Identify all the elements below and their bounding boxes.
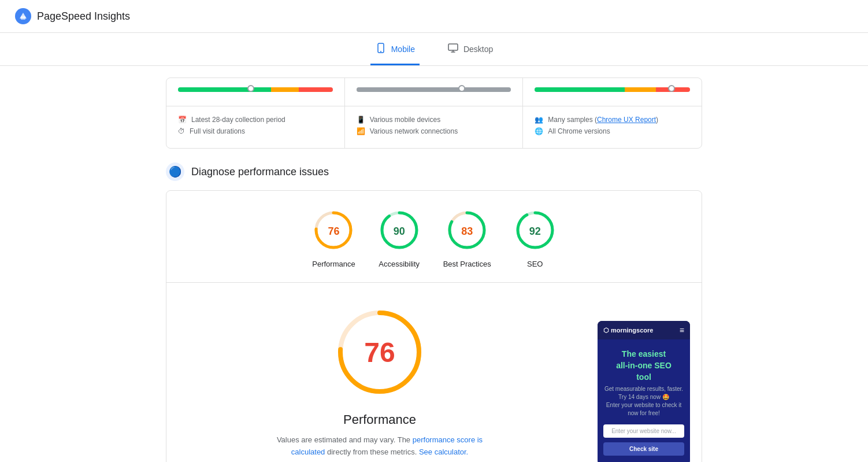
clock-icon: ⏱: [178, 127, 185, 135]
score-cards-container: 76 Performance 90 Accessibility: [166, 190, 702, 462]
speed-bar-track-3: [535, 87, 690, 92]
svg-point-3: [380, 51, 381, 52]
score-circle-accessibility: 90: [379, 209, 420, 253]
info-row-1-1: 📅 Latest 28-day collection period: [178, 116, 333, 124]
tab-mobile[interactable]: Mobile: [370, 33, 420, 65]
score-circle-best-practices: 83: [446, 209, 488, 253]
info-row-3-2: 🌐 All Chrome versions: [535, 127, 690, 135]
performance-panel: 76 Performance Values are estimated and …: [166, 283, 702, 462]
speed-bar-col-3: [523, 78, 702, 106]
ad-sub-line1: Get measurable results, faster.: [603, 385, 684, 393]
speed-bar-green-1: [178, 87, 271, 92]
ad-headline-line3: tool: [636, 372, 651, 382]
speed-bar-track-2: [357, 87, 511, 92]
speed-marker-2: [458, 85, 465, 92]
ad-headline-line1: The easiest: [622, 349, 666, 358]
score-value-seo: 92: [529, 225, 541, 237]
ad-container: ⬡ morningscore ≡ The easiest all-in-one …: [593, 283, 702, 462]
speed-bar-orange-1: [271, 87, 299, 92]
speed-bar-track-1: [178, 87, 333, 92]
calendar-icon: 📅: [178, 116, 187, 124]
diagnose-section: 🔵 Diagnose performance issues: [166, 162, 702, 181]
ad-menu-icon: ≡: [680, 326, 684, 335]
score-label-seo: SEO: [527, 260, 543, 268]
info-row-2-1: 📱 Various mobile devices: [357, 116, 511, 124]
ad-sub-line2: Try 14 days now 🤩: [603, 393, 684, 401]
info-row-2-2: 📶 Various network connections: [357, 127, 511, 135]
info-text-2-1: Various mobile devices: [370, 116, 441, 124]
main-content: 📅 Latest 28-day collection period ⏱ Full…: [157, 77, 711, 462]
ad-check-button[interactable]: Check site: [603, 442, 684, 456]
speed-bar-red-1: [299, 87, 333, 92]
speed-bar-green-3: [535, 87, 625, 92]
speed-bar-col-1: [166, 78, 345, 106]
ad-input-wrap: Enter your website now...: [603, 424, 684, 438]
speed-marker-1: [247, 85, 254, 92]
speed-bar-orange-3: [625, 87, 656, 92]
ad-logo: ⬡ morningscore: [603, 327, 653, 334]
score-label-best-practices: Best Practices: [443, 260, 491, 268]
score-cards: 76 Performance 90 Accessibility: [166, 191, 702, 283]
score-value-performance: 76: [328, 225, 339, 237]
pagespeed-logo: [14, 7, 32, 25]
big-score-value: 76: [364, 337, 395, 368]
score-circle-performance: 76: [313, 209, 354, 253]
diagnose-icon: 🔵: [166, 162, 184, 181]
performance-label-big: Performance: [343, 412, 416, 427]
score-label-performance: Performance: [312, 260, 355, 268]
info-grid: 📅 Latest 28-day collection period ⏱ Full…: [166, 106, 702, 148]
score-value-accessibility: 90: [394, 225, 405, 237]
info-col-1: 📅 Latest 28-day collection period ⏱ Full…: [166, 106, 345, 148]
mobile-icon: [375, 42, 387, 56]
tab-bar: Mobile Desktop: [0, 33, 868, 66]
tab-desktop[interactable]: Desktop: [443, 33, 498, 65]
score-card-best-practices[interactable]: 83 Best Practices: [443, 209, 491, 268]
logo-container: PageSpeed Insights: [14, 7, 130, 25]
score-card-seo[interactable]: 92 SEO: [514, 209, 556, 268]
info-text-2-2: Various network connections: [370, 127, 458, 135]
info-text-3-1: Many samples (Chrome UX Report): [548, 116, 658, 124]
svg-rect-4: [448, 44, 458, 50]
chrome-icon: 🌐: [535, 127, 543, 135]
score-card-accessibility[interactable]: 90 Accessibility: [379, 209, 420, 268]
score-circle-seo: 92: [514, 209, 556, 253]
performance-left: 76 Performance Values are estimated and …: [166, 283, 593, 462]
ad-body: The easiest all-in-one SEO tool Get meas…: [598, 339, 690, 462]
score-label-accessibility: Accessibility: [379, 260, 420, 268]
info-text-1-2: Full visit durations: [190, 127, 245, 135]
score-value-best-practices: 83: [461, 225, 473, 237]
info-text-3-2: All Chrome versions: [548, 127, 610, 135]
desktop-icon: [447, 42, 459, 56]
header: PageSpeed Insights: [0, 0, 868, 33]
tab-desktop-label: Desktop: [463, 45, 493, 54]
info-text-1-1: Latest 28-day collection period: [191, 116, 285, 124]
ad-panel: ⬡ morningscore ≡ The easiest all-in-one …: [598, 321, 690, 462]
speed-bar-col-2: [345, 78, 524, 106]
performance-description: Values are estimated and may vary. The p…: [270, 434, 489, 459]
score-card-performance[interactable]: 76 Performance: [312, 209, 355, 268]
calculator-link[interactable]: See calculator.: [419, 448, 468, 456]
info-col-2: 📱 Various mobile devices 📶 Various netwo…: [345, 106, 524, 148]
desc-mid-text: directly from these metrics.: [327, 448, 417, 456]
ad-sub: Get measurable results, faster. Try 14 d…: [603, 385, 684, 417]
diagnose-title: Diagnose performance issues: [191, 166, 329, 178]
people-icon: 👥: [535, 116, 543, 124]
ad-header: ⬡ morningscore ≡: [598, 321, 690, 339]
ad-headline-highlight: SEO: [654, 361, 672, 370]
speed-bars-section: 📅 Latest 28-day collection period ⏱ Full…: [166, 77, 702, 149]
tab-mobile-label: Mobile: [391, 45, 415, 54]
mobile-devices-icon: 📱: [357, 116, 365, 124]
app-title: PageSpeed Insights: [37, 10, 130, 23]
big-score-circle: 76: [333, 306, 426, 398]
info-col-3: 👥 Many samples (Chrome UX Report) 🌐 All …: [523, 106, 702, 148]
ad-headline-line2: all-in-one: [616, 361, 652, 370]
svg-rect-1: [21, 16, 25, 20]
chrome-ux-link[interactable]: Chrome UX Report: [597, 116, 656, 124]
network-icon: 📶: [357, 127, 365, 135]
ad-input-placeholder: Enter your website now...: [608, 428, 680, 434]
info-row-1-2: ⏱ Full visit durations: [178, 127, 333, 135]
info-row-3-1: 👥 Many samples (Chrome UX Report): [535, 116, 690, 124]
speed-bar-gray-2: [357, 87, 511, 92]
speed-bars-grid: [166, 78, 702, 106]
speed-marker-3: [668, 85, 675, 92]
